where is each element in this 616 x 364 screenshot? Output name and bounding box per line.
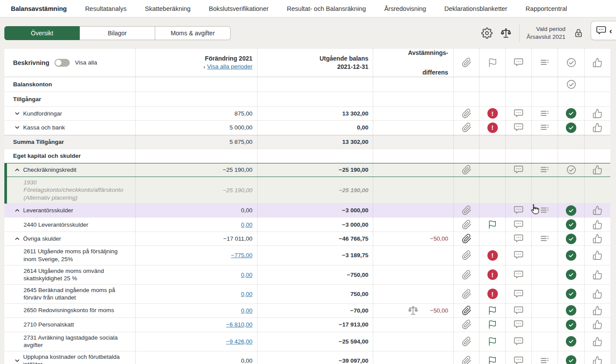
table-row[interactable]: Checkräkningskredit−25 190,00−25 190,00 — [4, 163, 610, 177]
error-icon[interactable]: ! — [487, 122, 498, 133]
nav-item-3[interactable]: Skatteberäkning — [136, 5, 200, 12]
specification-icon[interactable] — [540, 234, 550, 244]
table-row[interactable]: 2645 Beräknad ingående moms på förvärv f… — [4, 285, 610, 304]
thumbs-up-icon[interactable] — [592, 122, 602, 133]
chevron-up-icon[interactable] — [13, 207, 21, 214]
paperclip-icon[interactable] — [462, 122, 472, 133]
comment-icon[interactable] — [514, 320, 524, 330]
show-all-periods-link[interactable]: Visa alla perioder — [207, 63, 252, 71]
change-value-link[interactable]: −775,00 — [231, 252, 252, 259]
thumbs-up-icon[interactable] — [592, 220, 602, 230]
chevron-down-icon[interactable] — [13, 124, 21, 132]
nav-item-2[interactable]: Resultatanalys — [76, 5, 136, 12]
change-value-link[interactable]: −6 810,00 — [226, 321, 252, 328]
comment-icon[interactable] — [514, 122, 524, 133]
flag-icon[interactable] — [488, 220, 497, 229]
thumbs-up-icon[interactable] — [592, 250, 602, 260]
comment-icon[interactable] — [514, 289, 524, 299]
comments-panel-toggle[interactable]: ‹ — [591, 21, 616, 40]
comment-icon[interactable] — [514, 270, 524, 280]
table-row[interactable]: Övriga skulder−17 011,00−46 766,75−50,00 — [4, 232, 610, 246]
scales-icon[interactable] — [500, 27, 512, 39]
table-row[interactable]: Kassa och bank5 000,000,00! — [4, 121, 610, 135]
table-row[interactable]: 1930Företagskonto/checkkonto/affärskonto… — [4, 177, 610, 204]
comment-icon[interactable] — [514, 250, 524, 260]
tab-3[interactable]: Moms & avgifter — [155, 26, 231, 40]
change-value-link[interactable]: −9 426,00 — [226, 338, 252, 345]
comment-icon[interactable] — [514, 109, 524, 119]
comment-icon[interactable] — [514, 220, 524, 230]
nav-item-1[interactable]: Balansavstämning — [2, 5, 76, 12]
visa-alla-toggle[interactable] — [54, 59, 70, 67]
approved-icon[interactable] — [566, 269, 576, 280]
approved-icon[interactable] — [566, 219, 576, 230]
paperclip-icon[interactable] — [462, 306, 472, 316]
approved-icon[interactable] — [566, 108, 576, 119]
specification-icon[interactable] — [540, 109, 550, 119]
comment-icon[interactable] — [514, 234, 524, 244]
table-row[interactable]: Kundfordringar875,0013 302,00! — [4, 107, 610, 121]
change-value-link[interactable]: 0,00 — [241, 272, 252, 278]
gear-icon[interactable] — [481, 27, 493, 39]
paperclip-icon[interactable] — [462, 337, 472, 347]
paperclip-icon[interactable] — [462, 356, 472, 364]
change-value-link[interactable]: 0,00 — [241, 221, 252, 228]
thumbs-up-icon[interactable] — [592, 320, 602, 330]
error-icon[interactable]: ! — [487, 289, 498, 299]
comment-icon[interactable] — [514, 337, 524, 347]
thumbs-up-icon[interactable] — [592, 270, 602, 280]
nav-item-4[interactable]: Bokslutsverifikationer — [200, 5, 278, 12]
paperclip-icon[interactable] — [462, 205, 472, 215]
approved-icon[interactable] — [566, 320, 576, 330]
table-row[interactable]: 2650 Redovisningskonto för moms0,00−70,0… — [4, 304, 610, 318]
tab-1[interactable]: Översikt — [4, 26, 80, 40]
comment-icon[interactable] — [514, 205, 524, 215]
table-row[interactable]: Upplupna kostnader och förutbetalda intä… — [4, 351, 610, 364]
thumbs-up-icon[interactable] — [592, 356, 602, 364]
table-row[interactable]: 2614 Utgående moms omvänd skattskyldighe… — [4, 265, 610, 285]
approved-icon[interactable] — [566, 164, 577, 175]
change-value-link[interactable]: 0,00 — [241, 307, 252, 314]
flag-icon[interactable] — [488, 337, 497, 346]
chevron-down-icon[interactable] — [13, 357, 21, 364]
chevron-up-icon[interactable] — [13, 166, 21, 174]
paperclip-icon[interactable] — [462, 234, 472, 244]
comment-icon[interactable] — [514, 306, 524, 316]
specification-icon[interactable] — [540, 205, 550, 215]
thumbs-up-icon[interactable] — [592, 306, 602, 316]
paperclip-icon[interactable] — [462, 109, 472, 119]
approved-icon[interactable] — [566, 336, 576, 347]
approved-icon[interactable] — [566, 355, 576, 364]
change-value-link[interactable]: 0,00 — [241, 291, 252, 297]
paperclip-icon[interactable] — [462, 250, 472, 260]
nav-item-8[interactable]: Rapportcentral — [517, 5, 576, 12]
error-icon[interactable]: ! — [487, 108, 498, 119]
approved-icon[interactable] — [566, 289, 576, 299]
chevron-down-icon[interactable] — [13, 109, 21, 117]
thumbs-up-icon[interactable] — [592, 289, 602, 299]
paperclip-icon[interactable] — [462, 165, 472, 175]
table-row[interactable]: 2440 Leverantörsskulder0,00−3 000,00 — [4, 218, 610, 232]
thumbs-up-icon[interactable] — [592, 165, 602, 175]
nav-item-7[interactable]: Deklarationsblanketter — [435, 5, 516, 12]
error-icon[interactable]: ! — [487, 250, 498, 261]
table-row[interactable]: 2710 Personalskatt−6 810,00−17 913,00 — [4, 318, 610, 332]
approved-icon[interactable] — [566, 79, 577, 90]
approved-icon[interactable] — [566, 122, 576, 133]
comment-icon[interactable] — [514, 165, 524, 175]
thumbs-up-icon[interactable] — [592, 205, 602, 215]
table-row[interactable]: 2731 Avräkning lagstadgade sociala avgif… — [4, 332, 610, 351]
approved-icon[interactable] — [566, 305, 576, 316]
nav-item-6[interactable]: Årsredovisning — [375, 5, 435, 12]
specification-icon[interactable] — [540, 122, 550, 133]
paperclip-icon[interactable] — [462, 320, 472, 330]
paperclip-icon[interactable] — [462, 270, 472, 280]
nav-item-5[interactable]: Resultat- och Balansräkning — [278, 5, 375, 12]
flag-icon[interactable] — [488, 306, 497, 315]
thumbs-up-icon[interactable] — [592, 337, 602, 347]
thumbs-up-icon[interactable] — [592, 109, 602, 119]
approved-icon[interactable] — [566, 205, 576, 216]
flag-icon[interactable] — [488, 320, 497, 329]
paperclip-icon[interactable] — [462, 289, 472, 299]
approved-icon[interactable] — [566, 250, 576, 261]
